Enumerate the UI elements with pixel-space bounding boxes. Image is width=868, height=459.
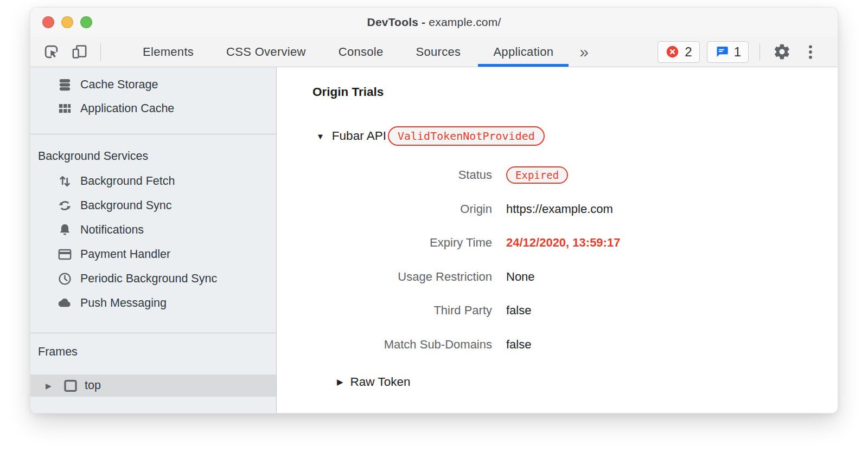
cloud-icon [57,295,73,311]
bell-icon [57,222,73,238]
tab-css-overview[interactable]: CSS Overview [210,37,322,67]
gear-icon [773,43,791,61]
sync-icon [57,198,73,214]
raw-token-toggle[interactable]: ▶ Raw Token [337,375,410,389]
field-label: Origin [277,202,492,216]
more-options-button[interactable] [800,41,821,63]
fetch-arrows-icon [57,173,73,189]
devtools-window: DevTools - example.com/ Elements [30,8,838,413]
card-icon [57,247,73,262]
sidebar-item-notifications[interactable]: Notifications [30,218,276,242]
field-row-usage-restriction: Usage Restriction None [277,260,838,294]
field-label: Third Party [277,303,492,318]
inspect-element-button[interactable] [40,41,62,63]
window-title-page: example.com/ [429,16,501,28]
sidebar-item-label: Notifications [80,223,144,237]
field-row-third-party: Third Party false [277,294,838,328]
frames-header: Frames [30,339,276,365]
sidebar-item-label: Push Messaging [80,296,167,310]
tab-elements[interactable]: Elements [126,37,210,67]
field-label: Match Sub-Domains [277,338,492,352]
tab-application[interactable]: Application [477,37,570,67]
toolbar-divider [760,43,760,61]
tab-console[interactable]: Console [322,37,400,67]
devtools-toolbar: Elements CSS Overview Console Sources Ap… [30,37,838,67]
sidebar-item-label: Cache Storage [80,78,158,92]
field-label: Usage Restriction [277,270,492,284]
message-count: 1 [734,44,741,60]
field-value: None [506,270,838,284]
sidebar-item-label: Background Fetch [80,174,175,188]
sidebar-item-frame-top[interactable]: ▶ top [30,374,276,397]
sidebar-item-cache-storage[interactable]: Cache Storage [30,73,276,96]
titlebar: DevTools - example.com/ [30,8,838,37]
window-title: DevTools - example.com/ [367,16,501,29]
field-label: Status [277,168,492,182]
sidebar-item-background-fetch[interactable]: Background Fetch [30,169,276,193]
sidebar-item-push-messaging[interactable]: Push Messaging [30,291,276,315]
status-badge: Expired [506,166,568,184]
sidebar-item-periodic-background-sync[interactable]: Periodic Background Sync [30,267,276,291]
sidebar-item-label: Payment Handler [80,248,170,261]
field-value: false [506,338,838,352]
database-icon [57,77,73,93]
sidebar-section-divider [30,333,276,333]
inspect-cursor-icon [43,43,60,60]
sidebar-item-label: Periodic Background Sync [80,272,217,286]
raw-token-label: Raw Token [350,375,411,389]
error-count: 2 [685,44,692,60]
zoom-window-button[interactable] [80,16,92,28]
sidebar-item-background-sync[interactable]: Background Sync [30,193,276,218]
expand-arrow-icon[interactable]: ▶ [46,382,56,390]
field-row-match-sub-domains: Match Sub-Domains false [277,328,838,362]
trial-status-badge: ValidTokenNotProvided [388,126,545,146]
console-errors-button[interactable]: 2 [658,41,699,63]
tab-sources[interactable]: Sources [400,37,477,67]
chevron-double-right-icon: » [579,43,589,61]
trial-name: Fubar API [332,129,386,143]
field-value: false [506,303,838,318]
sidebar-item-label: Application Cache [80,102,174,115]
sidebar-item-label: Background Sync [80,199,172,212]
grid-icon [57,101,73,117]
sidebar-section-divider [30,134,276,134]
trial-header: ▼ Fubar API ValidTokenNotProvided [316,126,545,146]
trial-fields: Status Expired Origin https://example.co… [277,158,838,361]
toolbar-divider [100,43,101,61]
message-bubble-icon [714,44,729,59]
close-window-button[interactable] [42,16,54,28]
expand-arrow-icon[interactable]: ▶ [337,377,343,387]
sidebar-item-application-cache[interactable]: Application Cache [30,96,276,120]
clock-icon [57,271,73,287]
panel-tabs: Elements CSS Overview Console Sources Ap… [126,37,598,67]
origin-trials-panel: Origin Trials ▼ Fubar API ValidTokenNotP… [277,67,838,413]
frame-label: top [85,379,101,392]
toggle-device-toolbar-button[interactable] [68,41,90,63]
field-row-status: Status Expired [277,158,838,192]
field-value: https://example.com [506,202,838,216]
page-title: Origin Trials [312,85,384,99]
field-row-origin: Origin https://example.com [277,192,838,227]
window-title-app: DevTools - [367,16,426,28]
minimize-window-button[interactable] [61,16,73,28]
sidebar-item-payment-handler[interactable]: Payment Handler [30,242,276,267]
frame-icon [62,378,79,394]
three-dot-menu-icon [803,44,818,60]
traffic-lights [42,8,92,37]
background-services-header: Background Services [30,143,276,169]
field-row-expiry-time: Expiry Time 24/12/2020, 13:59:17 [277,226,838,260]
settings-button[interactable] [771,41,793,63]
application-sidebar: Cache Storage Application Cache Backgrou… [30,67,277,413]
error-icon [665,44,680,59]
collapse-arrow-icon[interactable]: ▼ [316,132,324,141]
device-toolbar-icon [71,43,88,60]
field-value-expired: 24/12/2020, 13:59:17 [506,236,838,250]
field-label: Expiry Time [277,236,492,250]
more-tabs-button[interactable]: » [570,37,598,67]
console-messages-button[interactable]: 1 [707,41,749,63]
